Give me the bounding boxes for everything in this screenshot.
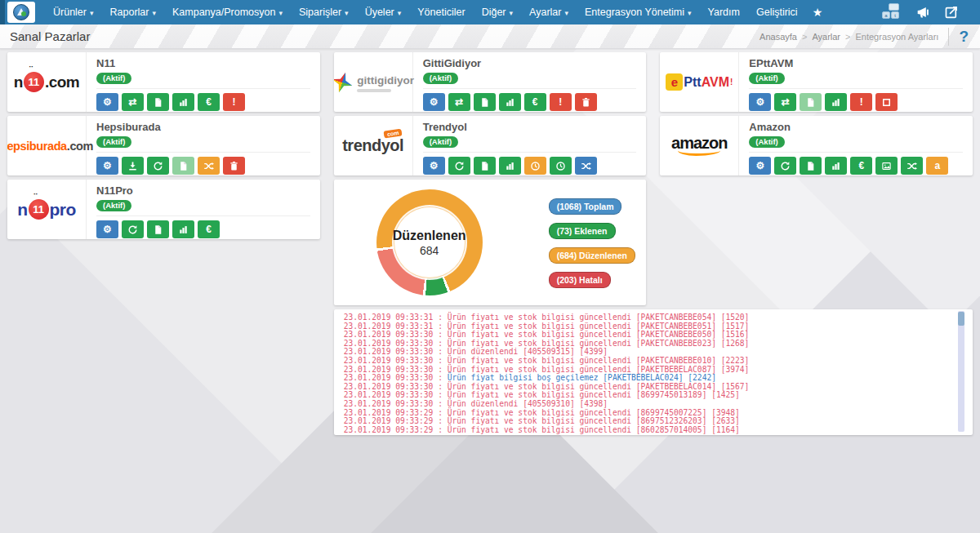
log-timestamp: 23.01.2019 09:33:30 :	[344, 399, 448, 408]
nav-item-ürünler[interactable]: Ürünler▾	[45, 0, 102, 25]
legend-pill-toplam[interactable]: (1068) Toplam	[549, 198, 622, 215]
n11pro-refresh-button[interactable]	[122, 220, 144, 238]
log-scrollbar-thumb[interactable]	[958, 312, 964, 326]
log-message: Ürün fiyatı ve stok bilgisi güncellendi …	[448, 425, 740, 434]
gittigidiyor-logo: gittigidiyor	[334, 52, 413, 112]
n11-euro-button[interactable]: €	[198, 93, 220, 111]
n11-title: N11	[96, 58, 310, 69]
n11-file-button[interactable]	[147, 93, 169, 111]
n11-exclamation-button[interactable]: !	[223, 93, 245, 111]
marketplace-card-trendyol: trendyolcomTrendyol(Aktif)⚙	[334, 116, 647, 175]
log-timestamp: 23.01.2019 09:33:30 :	[344, 365, 448, 374]
log-message: Ürün fiyatı ve stok bilgisi güncellendi …	[448, 416, 740, 425]
epttavm-stop-button[interactable]	[875, 93, 898, 111]
chevron-down-icon: ▾	[398, 9, 402, 17]
trendyol-file-button[interactable]	[474, 157, 496, 175]
log-scrollbar[interactable]	[958, 311, 964, 432]
hepsiburada-file-button[interactable]	[172, 157, 194, 175]
amazon-image-button[interactable]	[875, 157, 898, 175]
nav-item-yöneticiler[interactable]: Yöneticiler	[409, 0, 473, 24]
hepsiburada-download-button[interactable]	[122, 157, 144, 175]
epttavm-file-button[interactable]	[800, 93, 822, 111]
legend-pill-düzenlenen[interactable]: (684) Düzenlenen	[549, 247, 635, 264]
gittigidiyor-exchange-button[interactable]: ⇄	[448, 93, 470, 111]
amazon-status-badge: (Aktif)	[749, 136, 784, 148]
gittigidiyor-exclamation-button[interactable]: !	[550, 93, 572, 111]
trendyol-refresh-button[interactable]	[448, 157, 470, 175]
page-header: Sanal Pazarlar Anasayfa>Ayarlar>Entegras…	[0, 24, 980, 49]
megaphone-icon[interactable]	[916, 5, 931, 20]
amazon-gear-button[interactable]: ⚙	[749, 157, 771, 175]
epttavm-exchange-button[interactable]: ⇄	[774, 93, 796, 111]
trendyol-clock-button-5[interactable]	[550, 157, 572, 175]
n11pro-file-button[interactable]	[147, 220, 169, 238]
nav-item-siparişler[interactable]: Siparişler▾	[291, 0, 357, 25]
chevron-down-icon: ▾	[152, 9, 156, 17]
gittigidiyor-file-button[interactable]	[474, 93, 496, 111]
hepsiburada-shuffle-button[interactable]	[198, 157, 220, 175]
epttavm-card-body: EPttAVM(Aktif)⚙⇄!	[739, 52, 973, 112]
trendyol-chart-button[interactable]	[499, 157, 521, 175]
nav-item-kampanya-promosyon[interactable]: Kampanya/Promosyon▾	[164, 0, 291, 25]
n11-gear-button[interactable]: ⚙	[96, 93, 118, 111]
n11pro-chart-button[interactable]	[172, 220, 194, 238]
amazon-file-button[interactable]	[800, 157, 822, 175]
nav-item-ayarlar[interactable]: Ayarlar▾	[521, 0, 577, 25]
nav-item-raporlar[interactable]: Raporlar▾	[102, 0, 164, 25]
help-button[interactable]: ?	[948, 28, 980, 46]
card-divider	[96, 88, 310, 89]
gittigidiyor-trash-button[interactable]	[575, 93, 597, 111]
trendyol-shuffle-button[interactable]	[575, 157, 597, 175]
card-divider	[96, 152, 310, 153]
hepsiburada-title: Hepsiburada	[96, 122, 310, 133]
stats-panel: Düzenlenen 684 (1068) Toplam(73) Eklenen…	[334, 180, 647, 305]
legend-pill-eklenen[interactable]: (73) Eklenen	[549, 223, 616, 239]
amazon-refresh-button[interactable]	[774, 157, 796, 175]
nav-item-üyeler[interactable]: Üyeler▾	[357, 0, 410, 25]
chevron-down-icon: ▾	[564, 9, 568, 17]
epttavm-exclamation-button[interactable]: !	[850, 93, 872, 111]
trendyol-actions: ⚙	[423, 157, 637, 175]
n11-card-body: N11(Aktif)⚙⇄€!	[87, 52, 320, 112]
card-divider	[423, 88, 637, 89]
nav-item-entegrasyon-yönetimi[interactable]: Entegrasyon Yönetimi▾	[577, 0, 700, 25]
n11pro-euro-button[interactable]: €	[198, 220, 220, 238]
nav-item-diğer[interactable]: Diğer▾	[474, 0, 521, 25]
trendyol-gear-button[interactable]: ⚙	[423, 157, 445, 175]
n11pro-logo: n11pro	[7, 180, 87, 239]
epttavm-chart-button[interactable]	[825, 93, 847, 111]
hepsiburada-refresh-button[interactable]	[147, 157, 169, 175]
amazon-euro-button[interactable]: €	[850, 157, 872, 175]
log-timestamp: 23.01.2019 09:33:31 :	[344, 313, 448, 322]
log-timestamp: 23.01.2019 09:33:30 :	[344, 373, 448, 382]
favorites-star-icon[interactable]: ★	[806, 6, 830, 19]
amazon-shuffle-button[interactable]	[901, 157, 923, 175]
amazon-amazon-button[interactable]: a	[926, 157, 948, 175]
gittigidiyor-gear-button[interactable]: ⚙	[423, 93, 445, 111]
epttavm-gear-button[interactable]: ⚙	[749, 93, 771, 111]
legend-pill-hatalı[interactable]: (203) Hatalı	[549, 272, 611, 288]
amazon-chart-button[interactable]	[825, 157, 847, 175]
n11-chart-button[interactable]	[172, 93, 194, 111]
epttavm-logo: ePttAVM!	[660, 52, 739, 112]
n11pro-gear-button[interactable]: ⚙	[96, 220, 118, 238]
n11pro-card-body: N11Pro(Aktif)⚙€	[87, 180, 320, 239]
currency-widget-icon[interactable]: at	[882, 5, 903, 20]
breadcrumb-item-ayarlar[interactable]: Ayarlar	[812, 32, 840, 42]
gittigidiyor-euro-button[interactable]: €	[524, 93, 546, 111]
log-timestamp: 23.01.2019 09:33:30 :	[344, 330, 448, 339]
brand-logo[interactable]	[7, 2, 35, 23]
marketplace-card-n11pro: n11proN11Pro(Aktif)⚙€	[7, 180, 320, 239]
donut-center: Düzenlenen 684	[394, 207, 466, 278]
n11-status-badge: (Aktif)	[96, 73, 131, 84]
gittigidiyor-chart-button[interactable]	[499, 93, 521, 111]
nav-item-yardım[interactable]: Yardım	[700, 0, 748, 24]
n11-exchange-button[interactable]: ⇄	[122, 93, 144, 111]
hepsiburada-trash-button[interactable]	[223, 157, 245, 175]
hepsiburada-card-body: Hepsiburada(Aktif)⚙	[87, 116, 320, 175]
hepsiburada-gear-button[interactable]: ⚙	[96, 157, 118, 175]
trendyol-clock-button-4[interactable]	[524, 157, 546, 175]
breadcrumb-item-anasayfa[interactable]: Anasayfa	[760, 32, 797, 42]
edit-square-icon[interactable]	[944, 5, 959, 20]
nav-item-geliştirici[interactable]: Geliştirici	[748, 0, 806, 24]
